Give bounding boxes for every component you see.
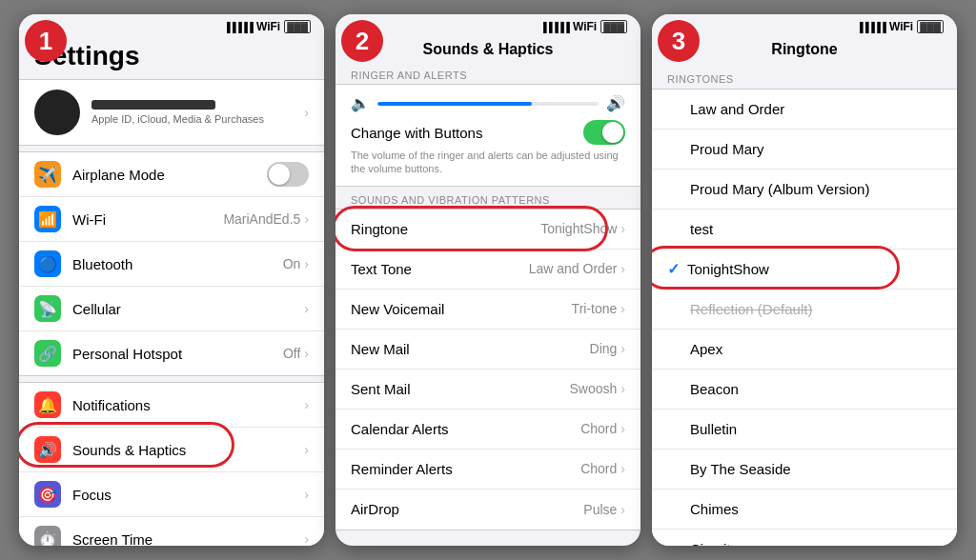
ringtone-item-reflection[interactable]: Reflection (Default) xyxy=(652,290,957,330)
new-mail-label: New Mail xyxy=(351,341,590,357)
ringtone-name-beacon: Beacon xyxy=(690,381,942,397)
wifi-chevron: › xyxy=(304,211,309,227)
settings-row-airplane[interactable]: ✈️ Airplane Mode xyxy=(19,152,324,197)
change-buttons-toggle[interactable] xyxy=(583,120,625,145)
text-tone-label: Text Tone xyxy=(351,261,529,277)
ringtone-item-bulletin[interactable]: Bulletin xyxy=(652,410,957,450)
panel-ringtone: 3 ▐▐▐▐▐ WiFi ▓▓▓ < ck Ringtone RINGTONES… xyxy=(652,14,957,546)
sent-mail-label: Sent Mail xyxy=(351,381,570,397)
notifications-chevron: › xyxy=(304,397,309,412)
settings-row-bluetooth[interactable]: 🔵 Bluetooth On › xyxy=(19,242,324,287)
panel-sounds: 2 ▐▐▐▐▐ WiFi ▓▓▓ Sounds & Haptics RINGER… xyxy=(336,14,640,546)
ringtone-name-pm: Proud Mary xyxy=(690,141,942,157)
volume-slider[interactable] xyxy=(377,102,599,106)
settings-row-focus[interactable]: 🎯 Focus › xyxy=(19,472,324,517)
sounds-row-sent-mail[interactable]: Sent Mail Swoosh › xyxy=(336,370,640,410)
cellular-label: Cellular xyxy=(72,301,304,317)
volume-row: 🔈 🔊 xyxy=(351,94,625,112)
airplane-label: Airplane Mode xyxy=(72,167,267,183)
helper-text: The volume of the ringer and alerts can … xyxy=(351,149,625,176)
vol-low-icon: 🔈 xyxy=(351,94,370,112)
calendar-value: Chord xyxy=(580,421,617,436)
avatar xyxy=(34,90,80,135)
airplane-toggle[interactable] xyxy=(267,162,309,187)
sounds-row-calendar[interactable]: Calendar Alerts Chord › xyxy=(336,410,640,450)
bluetooth-label: Bluetooth xyxy=(72,256,283,272)
settings-row-hotspot[interactable]: 🔗 Personal Hotspot Off › xyxy=(19,331,324,375)
wifi-value: MariAndEd.5 xyxy=(223,211,300,227)
hotspot-chevron: › xyxy=(304,346,309,361)
ringtone-item-beacon[interactable]: Beacon xyxy=(652,370,957,410)
profile-chevron: › xyxy=(304,105,309,120)
ringtones-section-header: RINGTONES xyxy=(652,64,957,89)
sounds-section-header: SOUNDS AND VIBRATION PATTERNS xyxy=(336,189,640,209)
sent-mail-chevron: › xyxy=(620,381,625,396)
sounds-row-ringtone[interactable]: Ringtone TonightShow › xyxy=(336,210,640,250)
settings-row-wifi[interactable]: 📶 Wi-Fi MariAndEd.5 › xyxy=(19,197,324,242)
ringtone-name-chimes: Chimes xyxy=(690,501,942,517)
ringtone-item-proud-mary-album[interactable]: Proud Mary (Album Version) xyxy=(652,170,957,210)
settings-row-cellular[interactable]: 📡 Cellular › xyxy=(19,287,324,331)
wifi-label: Wi-Fi xyxy=(72,211,223,228)
bluetooth-icon: 🔵 xyxy=(34,250,61,277)
battery-icon-3: ▓▓▓ xyxy=(917,20,944,33)
sounds-chevron: › xyxy=(304,442,309,457)
screen-time-label: Screen Time xyxy=(72,531,304,547)
notifications-icon: 🔔 xyxy=(34,391,61,418)
reminder-label: Reminder Alerts xyxy=(351,461,580,477)
new-mail-value: Ding xyxy=(590,341,618,356)
sounds-row-voicemail[interactable]: New Voicemail Tri-tone › xyxy=(336,290,640,330)
profile-sub: Apple ID, iCloud, Media & Purchases xyxy=(92,113,264,125)
ringtone-item-proud-mary[interactable]: Proud Mary xyxy=(652,130,957,170)
badge-3: 3 xyxy=(658,20,700,62)
settings-row-notifications[interactable]: 🔔 Notifications › xyxy=(19,383,324,428)
sounds-row-new-mail[interactable]: New Mail Ding › xyxy=(336,330,640,370)
ringtone-item-tonightshow[interactable]: ✓ TonightShow xyxy=(652,250,957,290)
voicemail-label: New Voicemail xyxy=(351,301,572,317)
panel-settings: 1 ▐▐▐▐▐ WiFi ▓▓▓ Settings Apple ID, iClo… xyxy=(19,14,324,546)
settings-row-sounds[interactable]: 🔊 Sounds & Haptics › xyxy=(19,428,324,472)
screen-time-icon: ⏱️ xyxy=(34,526,61,546)
wifi-icon: 📶 xyxy=(34,206,61,232)
airdrop-chevron: › xyxy=(620,502,625,517)
focus-chevron: › xyxy=(304,487,309,502)
check-mark-tonight: ✓ xyxy=(667,260,680,278)
sounds-row-reminder[interactable]: Reminder Alerts Chord › xyxy=(336,450,640,490)
reminder-value: Chord xyxy=(580,461,617,476)
sounds-icon: 🔊 xyxy=(34,436,61,463)
sounds-row-airdrop[interactable]: AirDrop Pulse › xyxy=(336,490,640,530)
ringtone-nav-title: Ringtone xyxy=(771,41,837,58)
reminder-chevron: › xyxy=(620,461,625,476)
settings-group-2: 🔔 Notifications › 🔊 Sounds & Haptics › 🎯… xyxy=(19,382,324,546)
calendar-chevron: › xyxy=(620,421,625,436)
settings-group-1: ✈️ Airplane Mode 📶 Wi-Fi MariAndEd.5 › 🔵… xyxy=(19,151,324,376)
ringtone-name-apex: Apex xyxy=(690,341,942,357)
ringtone-item-chimes[interactable]: Chimes xyxy=(652,490,957,530)
ringer-section-header: RINGER AND ALERTS xyxy=(336,64,640,84)
ringtone-item-apex[interactable]: Apex xyxy=(652,330,957,370)
settings-row-screen-time[interactable]: ⏱️ Screen Time › xyxy=(19,517,324,546)
hotspot-value: Off xyxy=(283,346,300,361)
notifications-label: Notifications xyxy=(72,397,304,413)
ringtone-item-circuit[interactable]: Circuit xyxy=(652,530,957,546)
ringtone-name-test: test xyxy=(690,221,942,237)
ringtone-item-law-and-order[interactable]: Law and Order xyxy=(652,90,957,130)
ringtone-item-test[interactable]: test xyxy=(652,210,957,250)
airplane-icon: ✈️ xyxy=(34,161,61,188)
sounds-row-text-tone[interactable]: Text Tone Law and Order › xyxy=(336,250,640,290)
battery-icon-2: ▓▓▓ xyxy=(600,20,627,33)
calendar-label: Calendar Alerts xyxy=(351,421,580,437)
ringtone-name-bulletin: Bulletin xyxy=(690,421,942,437)
battery-icon-1: ▓▓▓ xyxy=(284,20,311,33)
change-buttons-row: Change with Buttons xyxy=(351,120,625,145)
profile-info: Apple ID, iCloud, Media & Purchases xyxy=(92,100,264,125)
profile-row[interactable]: Apple ID, iCloud, Media & Purchases › xyxy=(19,79,324,146)
ringtone-name-tonight: TonightShow xyxy=(687,261,942,277)
sounds-nav-title: Sounds & Haptics xyxy=(423,41,554,58)
ringtone-item-by-the-seaside[interactable]: By The Seaside xyxy=(652,450,957,490)
text-tone-chevron: › xyxy=(620,261,625,276)
badge-2: 2 xyxy=(341,20,383,62)
voicemail-value: Tri-tone xyxy=(572,301,618,316)
main-container: 1 ▐▐▐▐▐ WiFi ▓▓▓ Settings Apple ID, iClo… xyxy=(6,5,970,555)
focus-label: Focus xyxy=(72,487,304,503)
